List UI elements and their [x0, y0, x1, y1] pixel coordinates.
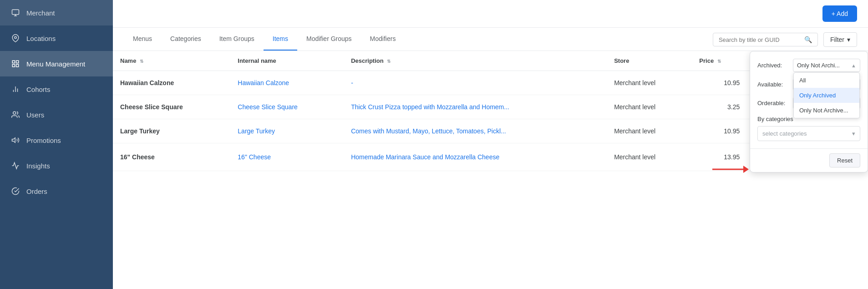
categories-select[interactable]: select categories ▾	[757, 126, 860, 141]
filter-label: Filter	[830, 36, 844, 43]
cell-price: 3.25	[692, 95, 747, 119]
top-bar: + Add	[113, 0, 868, 28]
svg-rect-4	[12, 61, 15, 63]
sidebar-item-label: Locations	[26, 35, 56, 42]
tab-modifiers[interactable]: Modifiers	[361, 28, 405, 51]
search-box: 🔍	[713, 33, 818, 46]
col-name: Name ⇅	[113, 51, 230, 71]
archived-dropdown: All Only Archived Only Not Archive...	[793, 72, 860, 118]
col-description: Description ⇅	[344, 51, 607, 71]
cell-name: Hawaiian Calzone	[113, 71, 230, 95]
sidebar-item-label: Insights	[26, 162, 50, 170]
tab-bar: Menus Categories Item Groups Items Modif…	[113, 28, 868, 51]
svg-rect-6	[16, 65, 19, 67]
cell-store: Merchant level	[607, 143, 692, 171]
archived-filter-row: Archived: Only Not Archi... ▲ All Only A…	[757, 59, 860, 72]
cell-price: 10.95	[692, 71, 747, 95]
tab-bar-right: 🔍 Filter ▾	[713, 32, 857, 51]
location-icon	[11, 34, 20, 43]
chart-icon	[11, 85, 20, 94]
cell-description: Homemade Marinara Sauce and Mozzarella C…	[344, 143, 607, 171]
svg-point-3	[15, 36, 17, 39]
archived-label: Archived:	[757, 62, 789, 69]
sidebar-item-insights[interactable]: Insights	[0, 153, 113, 178]
chevron-up-icon: ▲	[851, 63, 856, 68]
cell-name: Cheese Slice Square	[113, 95, 230, 119]
cell-store: Merchant level	[607, 71, 692, 95]
cell-name: 16" Cheese	[113, 143, 230, 171]
sort-icon: ⇅	[140, 59, 143, 64]
cell-store: Merchant level	[607, 95, 692, 119]
cell-internal-name: Hawaiian Calzone	[230, 71, 344, 95]
col-internal-name: Internal name	[230, 51, 344, 71]
filter-panel: Archived: Only Not Archi... ▲ All Only A…	[750, 51, 868, 172]
sidebar-item-merchant[interactable]: Merchant	[0, 0, 113, 25]
cell-description: -	[344, 71, 607, 95]
chevron-down-icon: ▾	[852, 130, 855, 137]
insights-icon	[11, 161, 20, 170]
sidebar-item-locations[interactable]: Locations	[0, 25, 113, 51]
orders-icon	[11, 187, 20, 196]
archived-select[interactable]: Only Not Archi... ▲ All Only Archived On…	[793, 59, 860, 72]
col-price: Price ⇅	[692, 51, 747, 71]
search-input[interactable]	[719, 36, 801, 43]
tab-item-groups[interactable]: Item Groups	[210, 28, 264, 51]
sidebar-item-label: Menu Management	[26, 60, 85, 68]
cell-price: 10.95	[692, 119, 747, 143]
users-icon	[11, 110, 20, 119]
svg-marker-12	[12, 138, 15, 143]
archived-select-value: Only Not Archi...	[797, 62, 851, 69]
cell-name: Large Turkey	[113, 119, 230, 143]
option-only-not-archived[interactable]: Only Not Archive...	[794, 103, 859, 118]
categories-placeholder: select categories	[762, 130, 807, 137]
available-label: Available:	[757, 81, 789, 88]
sidebar-item-orders[interactable]: Orders	[0, 178, 113, 204]
sidebar-item-label: Promotions	[26, 137, 61, 144]
store-icon	[11, 8, 20, 17]
reset-button[interactable]: Reset	[829, 153, 860, 167]
sidebar-item-label: Orders	[26, 188, 47, 195]
promotions-icon	[11, 136, 20, 145]
svg-rect-7	[12, 65, 15, 67]
main-content: + Add Menus Categories Item Groups Items…	[113, 0, 868, 289]
svg-rect-5	[16, 61, 19, 63]
cell-description: Thick Crust Pizza topped with Mozzarella…	[344, 95, 607, 119]
sidebar-item-label: Merchant	[26, 9, 55, 17]
filter-button[interactable]: Filter ▾	[823, 32, 857, 47]
chevron-down-icon: ▾	[847, 36, 850, 43]
sort-icon: ⇅	[717, 59, 721, 64]
tab-menus[interactable]: Menus	[124, 28, 161, 51]
add-button[interactable]: + Add	[822, 5, 857, 22]
tab-items[interactable]: Items	[264, 28, 297, 51]
sidebar: Merchant Locations Menu Management Cohor…	[0, 0, 113, 289]
option-only-archived[interactable]: Only Archived	[794, 88, 859, 103]
cell-store: Merchant level	[607, 119, 692, 143]
cell-internal-name: Large Turkey	[230, 119, 344, 143]
sidebar-item-promotions[interactable]: Promotions	[0, 127, 113, 153]
option-all[interactable]: All	[794, 73, 859, 88]
cell-description: Comes with Mustard, Mayo, Lettuce, Tomat…	[344, 119, 607, 143]
filter-panel-footer: Reset	[750, 148, 868, 172]
table-container: Name ⇅ Internal name Description ⇅ Store…	[113, 51, 868, 289]
search-icon: 🔍	[804, 36, 812, 43]
sidebar-item-users[interactable]: Users	[0, 102, 113, 127]
sidebar-item-label: Cohorts	[26, 86, 51, 93]
cell-price: 13.95	[692, 143, 747, 171]
svg-point-11	[13, 112, 16, 114]
sidebar-item-cohorts[interactable]: Cohorts	[0, 76, 113, 102]
col-store: Store	[607, 51, 692, 71]
tabs: Menus Categories Item Groups Items Modif…	[124, 28, 405, 51]
cell-internal-name: Cheese Slice Square	[230, 95, 344, 119]
filter-panel-inner: Archived: Only Not Archi... ▲ All Only A…	[750, 51, 868, 148]
sidebar-item-label: Users	[26, 111, 44, 119]
sidebar-item-menu-management[interactable]: Menu Management	[0, 51, 113, 76]
menu-icon	[11, 59, 20, 68]
cell-internal-name: 16" Cheese	[230, 143, 344, 171]
tab-categories[interactable]: Categories	[161, 28, 210, 51]
tab-modifier-groups[interactable]: Modifier Groups	[297, 28, 361, 51]
orderable-label: Orderable:	[757, 100, 789, 106]
sort-icon: ⇅	[387, 59, 391, 64]
svg-rect-0	[12, 10, 19, 15]
